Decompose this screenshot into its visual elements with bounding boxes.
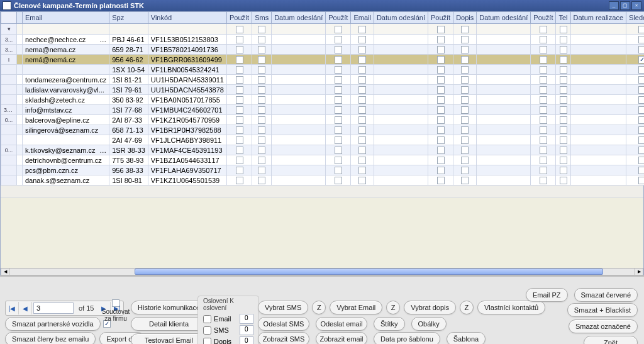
row-header[interactable]	[1, 85, 17, 95]
delete-partner-vehicles-button[interactable]: Smazat partnerské vozidla	[5, 317, 101, 331]
checkbox[interactable]	[236, 116, 243, 124]
checkbox[interactable]	[258, 76, 265, 84]
checkbox[interactable]	[258, 147, 265, 154]
checkbox[interactable]	[258, 96, 265, 104]
cell-email[interactable]: k.tikovsky@seznam.cz …	[23, 145, 109, 155]
horizontal-scrollbar[interactable]: ◀ ▶	[1, 268, 643, 275]
cell-email[interactable]	[23, 135, 109, 145]
checkbox[interactable]	[540, 167, 547, 174]
checkbox[interactable]	[437, 167, 445, 174]
row-header[interactable]: 0...	[1, 145, 17, 155]
cell-email[interactable]: silingerová@seznam.cz	[23, 125, 109, 135]
checkbox[interactable]	[437, 56, 445, 64]
cell-spz[interactable]: 1SI 80-81	[109, 175, 148, 186]
checkbox[interactable]	[638, 167, 644, 174]
checkbox[interactable]	[437, 157, 445, 164]
checkbox[interactable]	[540, 36, 547, 43]
send-email-button[interactable]: Odeslat email	[316, 317, 367, 331]
cell-spz[interactable]: 658 71-13	[109, 125, 148, 135]
checkbox[interactable]	[236, 26, 243, 33]
col-spz[interactable]: Spz	[109, 12, 148, 24]
send-sms-button[interactable]: Odeslat SMS	[258, 317, 309, 331]
checkbox[interactable]	[335, 157, 342, 164]
col-pre[interactable]	[17, 12, 23, 24]
cell-email[interactable]: nemá@nemá.cz	[23, 55, 109, 65]
cell-spz[interactable]: 956 38-33	[109, 165, 148, 175]
checkbox[interactable]	[540, 106, 547, 114]
sum-company-checkbox[interactable]	[112, 299, 119, 307]
checkbox[interactable]	[236, 106, 243, 114]
cell-spz[interactable]: 659 28-71	[109, 45, 148, 55]
select-letter-button[interactable]: Vybrat dopis	[404, 301, 456, 314]
maximize-button[interactable]: ▢	[620, 1, 630, 10]
checkbox[interactable]	[638, 66, 644, 74]
checkbox[interactable]	[540, 76, 547, 84]
checkbox[interactable]	[540, 116, 547, 124]
checkbox[interactable]	[560, 86, 567, 94]
select-email-z-button[interactable]: Z	[386, 301, 400, 314]
select-sms-button[interactable]: Vybrat SMS	[258, 301, 308, 314]
checkbox[interactable]	[258, 157, 265, 164]
row-header[interactable]: 3...	[1, 35, 17, 45]
checkbox[interactable]	[437, 147, 445, 154]
scroll-left-arrow-icon[interactable]: ◀	[1, 268, 9, 275]
table-row[interactable]: tondamezera@centrum.cz 1SI 81-21 UU1H5DA…	[1, 75, 645, 85]
checkbox[interactable]	[335, 96, 342, 104]
checkbox[interactable]	[560, 66, 567, 74]
checkbox[interactable]	[335, 167, 342, 174]
checkbox[interactable]	[236, 96, 243, 104]
checkbox[interactable]	[461, 36, 469, 43]
table-row[interactable]: skladsh@zetech.cz 350 83-92 VF1BA0N05170…	[1, 95, 645, 105]
checkbox[interactable]	[358, 86, 366, 94]
row-header[interactable]	[1, 155, 17, 165]
checkbox[interactable]	[638, 46, 644, 53]
cell-email[interactable]: detrichovnb@centrum.cz	[23, 155, 109, 165]
minimize-button[interactable]: _	[609, 1, 619, 10]
email-pz-button[interactable]: Email PZ	[526, 288, 568, 302]
checkbox[interactable]	[638, 136, 644, 144]
col-sms[interactable]: Sms	[252, 12, 272, 24]
col-rowheader[interactable]	[1, 12, 17, 24]
checkbox[interactable]	[236, 136, 243, 144]
checkbox[interactable]	[638, 177, 644, 184]
cell-vin[interactable]: VF1MBU4C245602701	[148, 105, 226, 115]
col-pouzit3[interactable]: Použít	[428, 12, 453, 24]
show-sms-button[interactable]: Zobrazit SMS	[258, 332, 309, 344]
checkbox[interactable]	[335, 56, 342, 64]
checkbox[interactable]	[358, 106, 366, 114]
checkbox[interactable]	[358, 76, 366, 84]
col-pouzit2[interactable]: Použít	[326, 12, 351, 24]
addr-dopis-checkbox[interactable]	[203, 338, 211, 345]
checkbox[interactable]	[437, 26, 445, 33]
checkbox[interactable]	[236, 36, 243, 43]
checkbox[interactable]	[236, 46, 243, 53]
row-header[interactable]	[1, 175, 17, 186]
cell-spz[interactable]: 2AI 87-33	[109, 115, 148, 125]
select-email-button[interactable]: Vybrat Email	[330, 301, 382, 314]
template-data-button[interactable]: Data pro šablonu	[374, 332, 440, 344]
checkbox[interactable]	[540, 26, 547, 33]
col-sledovat[interactable]: Sledovat	[626, 12, 644, 24]
table-row[interactable]: danak.s@seznam.cz 1SI 80-81 VF1KZ1U06455…	[1, 175, 645, 186]
filter-row[interactable]: ▾	[1, 24, 645, 35]
checkbox[interactable]	[540, 56, 547, 64]
checkbox[interactable]	[560, 116, 567, 124]
checkbox[interactable]	[236, 177, 243, 184]
cell-spz[interactable]: 956 46-62	[109, 55, 148, 65]
col-dopis[interactable]: Dopis	[453, 12, 477, 24]
checkbox[interactable]	[461, 116, 469, 124]
checkbox[interactable]	[335, 66, 342, 74]
checkbox[interactable]	[358, 36, 366, 43]
col-realiz[interactable]: Datum realizace	[570, 12, 626, 24]
checkbox[interactable]	[437, 106, 445, 114]
checkbox[interactable]	[335, 76, 342, 84]
checkbox[interactable]	[236, 126, 243, 134]
checkbox[interactable]	[461, 136, 469, 144]
checkbox[interactable]	[560, 106, 567, 114]
delete-blacklist-button[interactable]: Smazat + Blacklist	[567, 303, 638, 317]
cell-vin[interactable]: UU1H5DACN45543878	[148, 85, 226, 95]
table-row[interactable]: detrichovnb@centrum.cz 7T5 38-93 VF1BZ1A…	[1, 155, 645, 165]
checkbox[interactable]	[461, 167, 469, 174]
checkbox[interactable]	[358, 126, 366, 134]
cell-vin[interactable]: VF1BR1P0H37982588	[148, 125, 226, 135]
